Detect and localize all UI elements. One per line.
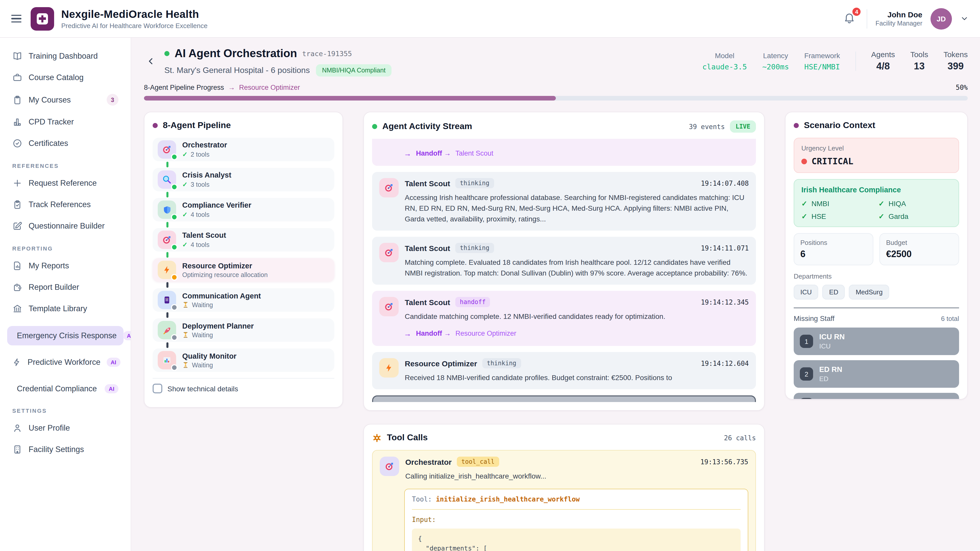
sidebar-item-request-reference[interactable]: Request Reference [7,173,124,193]
notifications-button[interactable]: 4 [840,10,859,28]
agent-status-dot [171,304,178,311]
pipeline-connector [166,342,168,348]
tool-call-text: Calling initialize_irish_healthcare_work… [405,471,748,482]
sidebar-item-track-references[interactable]: Track References [7,194,124,215]
sidebar-item-user-profile[interactable]: User Profile [7,418,124,438]
plus-icon [12,178,22,188]
scenario-context-panel: Scenario Context Urgency Level CRITICAL … [785,112,968,400]
departments-label: Departments [794,272,959,280]
pipeline-connector [166,222,168,227]
target-icon [384,302,394,312]
avatar[interactable]: JD [931,8,952,29]
section-label-reporting: REPORTING [12,245,118,251]
sidebar-item-label: Template Library [29,304,118,313]
pipeline-item-talent-scout[interactable]: Talent Scout ✓4 tools [153,228,334,251]
library-icon [12,303,22,314]
stream-scroll-area[interactable]: → Handoff → Talent Scout [372,139,756,402]
sidebar-item-credential-compliance[interactable]: Credential Compliance AI [7,379,124,399]
gear-icon [372,433,382,443]
department-chip: ICU [794,285,818,300]
sidebar-item-my-reports[interactable]: My Reports [7,256,124,276]
target-icon [162,235,172,245]
sidebar-item-facility-settings[interactable]: Facility Settings [7,439,124,460]
user-role: Facility Manager [876,20,922,27]
scenario-title: Scenario Context [804,121,875,130]
urgency-value: CRITICAL [811,156,853,166]
sidebar-item-label: My Reports [29,261,118,270]
sidebar-item-cpd-tracker[interactable]: CPD Tracker [7,112,124,132]
event-text: Accessing Irish healthcare professional … [405,192,749,224]
handoff-target: Talent Scout [455,149,493,157]
pipeline-item-quality-monitor[interactable]: Quality Monitor Waiting [153,348,334,372]
app-root: Nexgile-MediOracle Health Predictive AI … [0,0,980,551]
sidebar-item-my-courses[interactable]: My Courses 3 [7,89,124,111]
agent-avatar [158,170,176,189]
sidebar-item-training-dashboard[interactable]: Training Dashboard [7,46,124,66]
sidebar-item-template-library[interactable]: Template Library [7,299,124,319]
hourglass-icon [182,332,189,338]
event-timestamp: 19:14:12.604 [701,359,749,367]
sidebar-item-predictive-workforce[interactable]: Predictive Workforce AI [7,353,124,372]
pipeline-connector [166,192,168,197]
agent-status-dot [171,154,178,160]
chevron-down-icon[interactable] [960,14,969,23]
show-technical-details-checkbox[interactable] [153,384,162,393]
event-type-badge: handoff [455,297,490,307]
positions-stat: Positions 6 [794,233,873,265]
agent-avatar [158,291,176,309]
urgency-card: Urgency Level CRITICAL [794,138,959,173]
sidebar-item-label: Questionnaire Builder [29,221,118,230]
sidebar-item-emergency-crisis-response[interactable]: Emergency Crisis Response AI [7,326,124,345]
event-timestamp: 19:14:12.345 [701,298,749,306]
pipeline-item-communication-agent[interactable]: Communication Agent Waiting [153,288,334,312]
sidebar-item-label: Course Catalog [29,73,118,82]
agent-avatar [158,321,176,339]
lightning-icon [384,363,393,372]
stream-title: Agent Activity Stream [382,121,472,132]
metric-framework: Framework HSE/NMBI [804,51,840,71]
pipeline-item-compliance-verifier[interactable]: Compliance Verifier ✓4 tools [153,198,334,221]
sidebar-item-label: User Profile [29,424,118,433]
pipeline-item-resource-optimizer[interactable]: Resource Optimizer Optimizing resource a… [153,258,334,282]
missing-staff-total: 6 total [941,314,959,322]
sidebar-item-label: CPD Tracker [29,118,118,127]
tool-detail-box: Tool: initialize_irish_healthcare_workfl… [404,489,748,551]
event-type-badge: thinking [455,243,494,253]
progress-current-agent: Resource Optimizer [239,84,300,91]
section-label-settings: SETTINGS [12,408,118,414]
sidebar-item-questionnaire-builder[interactable]: Questionnaire Builder [7,216,124,236]
medical-cross-icon [37,13,48,24]
event-text: Candidate matching complete. 12 NMBI-ver… [405,311,749,322]
event-type-badge: thinking [455,178,494,188]
top-bar: Nexgile-MediOracle Health Predictive AI … [0,0,980,38]
agent-avatar [158,261,176,279]
processing-indicator: Resource Optimizer is processing... [372,395,756,402]
agent-status-dot [171,214,178,221]
critical-dot [801,159,807,164]
ai-badge: AI [105,384,118,393]
sidebar-item-course-catalog[interactable]: Course Catalog [7,67,124,88]
main-content: AI Agent Orchestration trace-191355 St. … [131,38,980,551]
back-button[interactable] [144,54,158,70]
event-card-handoff-partial: → Handoff → Talent Scout [372,139,756,166]
department-chip: ED [822,285,845,300]
tool-calls-count: 26 calls [724,434,756,441]
pipeline-item-deployment-planner[interactable]: Deployment Planner Waiting [153,318,334,342]
agent-avatar [380,457,399,476]
agent-status-dot [171,334,178,341]
pencil-square-icon [12,221,22,231]
agent-status-dot [171,364,178,371]
pipeline-item-crisis-analyst[interactable]: Crisis Analyst ✓3 tools [153,168,334,191]
sidebar-item-certificates[interactable]: Certificates [7,133,124,154]
agent-activity-stream-panel: Agent Activity Stream 39 events LIVE → H… [363,112,765,411]
menu-icon[interactable] [9,13,24,25]
sidebar-item-report-builder[interactable]: Report Builder [7,277,124,297]
pipeline-item-orchestrator[interactable]: Orchestrator ✓2 tools [153,138,334,161]
shield-icon [162,205,172,214]
missing-staff-row: 3 ED RN [794,393,959,400]
file-chart-icon [12,261,22,271]
hourglass-icon [182,302,189,308]
app-title: Nexgile-MediOracle Health [61,8,207,20]
magnifier-icon [162,175,172,185]
clipboard-icon [12,95,22,105]
